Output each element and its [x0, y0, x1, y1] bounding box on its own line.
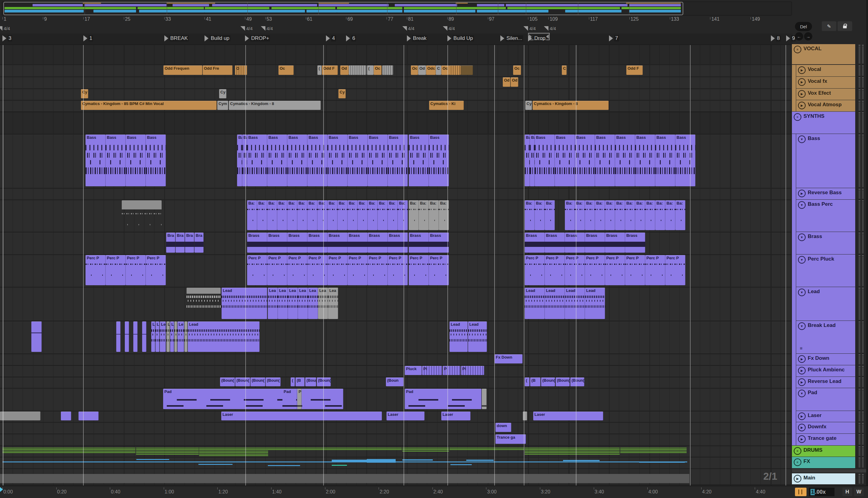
locator-marker[interactable]: 9 — [786, 35, 796, 41]
track-header-bass-perc[interactable]: ▼Bass Perc — [796, 200, 855, 232]
clip-ba-[interactable]: Ba: — [545, 200, 555, 230]
clip-bass[interactable]: Bass — [267, 134, 287, 186]
fold-icon[interactable]: ▼ — [798, 135, 805, 143]
arrangement-row-laser[interactable]: LaserLaserLaserLaser — [0, 411, 791, 423]
clip-pluck[interactable]: Pluck — [405, 366, 422, 375]
delete-button[interactable]: Del — [795, 22, 812, 31]
clip-lead[interactable] — [187, 288, 221, 319]
clip-bra[interactable]: Bra — [166, 233, 175, 253]
clip-oc[interactable]: Oc — [441, 65, 449, 75]
clip-perc-p[interactable]: Perc P — [126, 255, 146, 285]
clip-break-lead[interactable] — [125, 322, 129, 352]
clip--boun-[interactable]: (Boun( — [266, 378, 281, 386]
clip-ba-[interactable]: Ba: — [297, 200, 307, 230]
clip-bass[interactable]: Bass — [555, 134, 575, 186]
clip-ba-[interactable]: Ba: — [585, 200, 595, 230]
clip-break-lead[interactable] — [116, 322, 121, 352]
clip-perc-p[interactable]: Perc P — [287, 255, 307, 285]
fold-icon[interactable]: ▼ — [798, 289, 805, 296]
clip-ba[interactable]: Ba — [237, 134, 242, 186]
group-icon[interactable]: ≡ — [794, 113, 801, 121]
clip--boun-[interactable]: (Boun( — [541, 378, 555, 386]
arrangement-row-pad[interactable]: PadPadPPad — [0, 388, 791, 411]
clip-bass[interactable]: Bass — [85, 134, 106, 186]
minimap-view-window[interactable] — [3, 2, 683, 15]
clip-brass[interactable]: Brass — [348, 233, 368, 253]
clip-brass[interactable]: Brass — [605, 233, 625, 253]
play-icon[interactable]: ▶ — [798, 424, 805, 431]
track-header-downfx[interactable]: ▶Downfx — [796, 422, 855, 433]
clip-bass[interactable]: Bass — [307, 134, 328, 186]
locator-marker[interactable]: 8 — [771, 35, 780, 41]
arrangement-row-fx-down[interactable]: Fx Down — [0, 354, 791, 366]
track-header-vocal[interactable]: ▶Vocal — [796, 65, 855, 76]
clip-break-lead[interactable] — [31, 322, 42, 352]
arrangement-row-vocal-fx[interactable]: OdOd — [0, 77, 791, 89]
clip--boun[interactable]: (Boun — [386, 378, 403, 386]
zoom-width-button[interactable]: W — [854, 488, 864, 496]
clip--bou-[interactable]: (Bou( — [305, 378, 316, 386]
locator-marker[interactable]: DROP+ — [245, 35, 270, 41]
clip-bass[interactable]: Bass — [429, 134, 449, 186]
bottom-time-ruler[interactable]: 0:000:200:401:001:201:402:002:202:403:00… — [0, 486, 868, 498]
clip--boun-[interactable]: (Boun( — [220, 378, 235, 386]
arrangement-row-reverse-lead[interactable]: (Boun((Boun((Boun((Boun(((B(Bou((Boun((B… — [0, 377, 791, 389]
clip-le[interactable]: Le — [160, 322, 166, 352]
clip-lead[interactable]: Lead — [585, 288, 605, 319]
track-header-laser[interactable]: ▶Laser — [796, 411, 855, 422]
locator-marker[interactable]: Silen... — [500, 35, 523, 41]
clip-bass[interactable]: Bass — [595, 134, 615, 186]
clip-lea[interactable]: Lea — [288, 288, 298, 319]
clip-odd-f[interactable]: Odd F — [322, 65, 338, 75]
clip-bass[interactable]: Bass — [106, 134, 126, 186]
play-icon[interactable]: ▶ — [798, 90, 805, 98]
clip-brass[interactable]: Brass — [267, 233, 287, 253]
clip-perc-p[interactable]: Perc P — [525, 255, 545, 285]
play-icon[interactable]: ▶ — [798, 378, 805, 386]
arrangement-row-synths[interactable] — [0, 112, 791, 134]
track-header-reverse-lead[interactable]: ▶Reverse Lead — [796, 377, 855, 388]
clip-ba-[interactable]: Ba: — [358, 200, 368, 230]
clip-brass[interactable]: Brass — [585, 233, 605, 253]
track-header-vocal-atmosp[interactable]: ▶Vocal Atmosp — [796, 100, 855, 112]
clip-brass[interactable]: Brass — [565, 233, 585, 253]
locator-scrub-row[interactable]: 31BREAKBuild upDROP+46BreakBuild UpSilen… — [0, 34, 792, 45]
clip-lead[interactable]: Lead — [565, 288, 585, 319]
clip--boun-[interactable]: (Boun( — [317, 378, 331, 386]
arrangement-row-bass-perc[interactable]: Ba:Ba:Ba:Ba:Ba:Ba:Ba:Ba:Ba:Ba:Ba:Ba:Ba:B… — [0, 200, 791, 233]
clip-down[interactable]: down — [495, 423, 511, 432]
locator-marker[interactable]: 3 — [2, 35, 12, 41]
clip-ba-[interactable]: Ba: — [348, 200, 358, 230]
play-icon[interactable]: ▶ — [798, 66, 805, 74]
clip-perc-p[interactable]: Perc P — [307, 255, 328, 285]
clip-bass[interactable]: Bass — [287, 134, 307, 186]
clip--[interactable]: ( — [318, 65, 322, 75]
clip-perc-p[interactable]: Perc P — [328, 255, 348, 285]
clip-bass[interactable]: Bass — [368, 134, 388, 186]
clip-ba[interactable]: Ba — [242, 134, 247, 186]
clip-break-lead[interactable] — [142, 322, 146, 352]
clip-l[interactable]: L — [166, 322, 170, 352]
lock-envelopes-button[interactable] — [838, 21, 852, 31]
clip-ba-[interactable]: Ba: — [307, 200, 318, 230]
clip-pl[interactable]: Pl — [461, 366, 484, 375]
clip-odd-f[interactable]: Odd F — [626, 65, 643, 75]
track-header-synths[interactable]: ≡SYNTHS — [792, 112, 855, 134]
clip-break-lead[interactable] — [184, 322, 187, 352]
arrangement-area[interactable]: Odd FrequenOdd FreOOc(Odd FOd(OcOcOdOdcC… — [0, 45, 791, 486]
group-icon[interactable]: ≡ — [794, 458, 801, 466]
clip-laser[interactable]: Laser — [441, 411, 470, 420]
clip-bass[interactable]: Bass — [655, 134, 675, 186]
clip-lea[interactable]: Lea — [328, 288, 338, 319]
clip-laser[interactable] — [0, 411, 40, 420]
clip-brass[interactable]: Brass — [247, 233, 267, 253]
clip-ba-[interactable]: Ba: — [287, 200, 297, 230]
track-header-perc-pluck[interactable]: ▼Perc Pluck — [796, 254, 855, 287]
time-signature-flag-icon[interactable] — [261, 26, 265, 31]
clip--b[interactable]: (B — [530, 378, 540, 386]
clip-lea[interactable]: Lea — [278, 288, 288, 319]
clip-pad[interactable] — [482, 389, 487, 409]
clip-cym[interactable]: Cym — [217, 101, 228, 110]
clip-break-lead[interactable] — [133, 322, 137, 352]
clip-cy[interactable]: Cy — [338, 89, 346, 98]
